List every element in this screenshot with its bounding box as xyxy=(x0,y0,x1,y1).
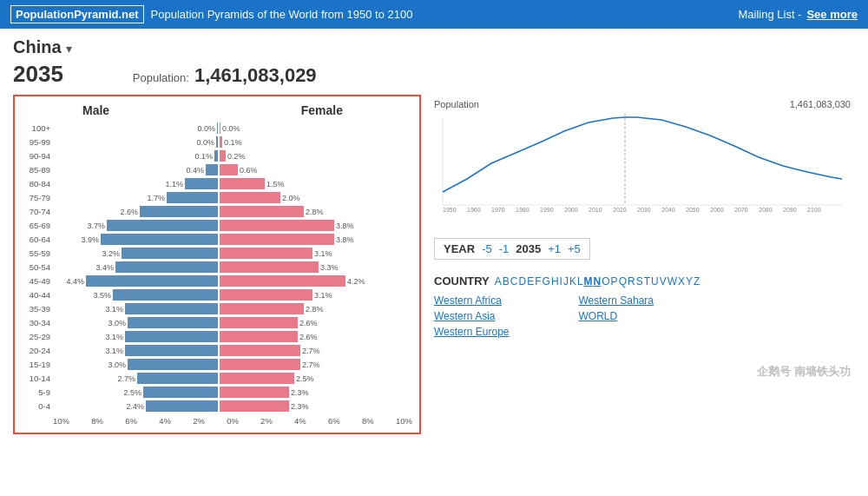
country-link[interactable]: WORLD xyxy=(579,310,654,322)
pyramid-row: 60-64 3.9% 3.8% xyxy=(22,233,412,246)
male-pct: 0.0% xyxy=(192,138,216,147)
female-pct: 3.1% xyxy=(312,291,337,300)
alpha-link-g[interactable]: G xyxy=(542,275,550,288)
alpha-link-n[interactable]: N xyxy=(594,275,602,288)
country-link[interactable]: Western Asia xyxy=(434,310,510,322)
right-column: Population 1,461,083,030 1950 1960 1970 … xyxy=(430,95,855,434)
female-side: 2.8% xyxy=(220,303,385,314)
male-pct: 2.5% xyxy=(119,388,143,397)
country-links-col2: Western SaharaWORLD xyxy=(579,294,654,338)
alpha-link-i[interactable]: I xyxy=(560,275,562,288)
female-side: 3.3% xyxy=(220,261,385,273)
alpha-link-o[interactable]: O xyxy=(602,275,609,288)
alpha-link-y[interactable]: Y xyxy=(686,275,693,288)
pyramid-row: 45-49 4.4% 4.2% xyxy=(22,274,412,288)
alpha-link-d[interactable]: D xyxy=(519,275,527,288)
country-link[interactable]: Western Africa xyxy=(434,294,510,307)
age-label: 45-49 xyxy=(22,276,53,286)
bars: 3.1% 2.7% xyxy=(53,344,412,357)
alpha-link-a[interactable]: A xyxy=(495,275,502,288)
male-side: 3.4% xyxy=(53,261,218,273)
country-dropdown-icon[interactable]: ▾ xyxy=(66,42,72,56)
alpha-link-m[interactable]: M xyxy=(584,275,593,288)
svg-text:2040: 2040 xyxy=(661,207,675,213)
svg-text:1980: 1980 xyxy=(516,207,529,213)
year-controls-label: YEAR xyxy=(444,242,475,255)
alpha-link-z[interactable]: Z xyxy=(694,275,700,288)
alpha-link-k[interactable]: K xyxy=(569,275,576,288)
minus5-btn[interactable]: -5 xyxy=(482,242,492,255)
country-link[interactable]: Western Europe xyxy=(434,326,510,338)
alpha-link-b[interactable]: B xyxy=(503,275,510,288)
male-pct: 3.4% xyxy=(91,263,115,272)
alpha-link-p[interactable]: P xyxy=(611,275,618,288)
alpha-link-j[interactable]: J xyxy=(563,275,569,288)
female-bar xyxy=(220,150,226,162)
alpha-link-x[interactable]: X xyxy=(678,275,685,288)
population-value: 1,461,083,029 xyxy=(194,64,317,87)
alpha-link-r[interactable]: R xyxy=(628,275,635,288)
minus1-btn[interactable]: -1 xyxy=(499,242,510,255)
alpha-link-t[interactable]: T xyxy=(644,275,650,288)
male-bar xyxy=(115,261,218,273)
svg-text:1970: 1970 xyxy=(491,207,505,213)
pyramid-row: 25-29 3.1% 2.6% xyxy=(22,330,412,343)
country-link[interactable]: Western Sahara xyxy=(579,294,654,307)
alpha-link-u[interactable]: U xyxy=(651,275,659,288)
female-side: 0.0% xyxy=(220,122,385,134)
svg-text:1990: 1990 xyxy=(540,207,554,213)
see-more-link[interactable]: See more xyxy=(806,8,858,21)
alpha-link-f[interactable]: F xyxy=(535,275,541,288)
male-pct: 3.0% xyxy=(103,360,128,369)
x-axis-label: 0% xyxy=(227,416,239,426)
alpha-link-v[interactable]: V xyxy=(660,275,667,288)
female-pct: 2.0% xyxy=(280,194,305,202)
alpha-link-w[interactable]: W xyxy=(667,275,677,288)
year-controls: YEAR -5 -1 2035 +1 +5 xyxy=(434,238,590,260)
male-pct: 3.2% xyxy=(97,249,122,258)
bars: 3.9% 3.8% xyxy=(53,233,412,246)
svg-text:1950: 1950 xyxy=(443,207,457,213)
alpha-link-h[interactable]: H xyxy=(551,275,559,288)
female-pct: 2.7% xyxy=(300,360,325,369)
brand-logo[interactable]: PopulationPyramid.net xyxy=(10,5,144,23)
male-bar xyxy=(128,317,218,328)
bars: 2.6% 2.8% xyxy=(53,205,412,218)
svg-text:2100: 2100 xyxy=(807,207,821,213)
female-side: 2.8% xyxy=(220,206,385,217)
bars: 3.4% 3.3% xyxy=(53,261,412,274)
bars: 3.1% 2.8% xyxy=(53,302,412,315)
svg-text:2070: 2070 xyxy=(734,207,748,213)
country-links-cols: Western AfricaWestern AsiaWestern Europe… xyxy=(434,294,851,338)
female-pct: 1.5% xyxy=(265,180,289,188)
alpha-link-l[interactable]: L xyxy=(577,275,583,288)
alpha-link-s[interactable]: S xyxy=(636,275,643,288)
male-side: 4.4% xyxy=(53,275,218,287)
male-side: 3.5% xyxy=(53,289,218,301)
female-pct: 2.3% xyxy=(289,388,313,397)
pyramid-row: 95-99 0.0% 0.1% xyxy=(22,136,412,149)
bars: 4.4% 4.2% xyxy=(53,274,412,288)
male-side: 3.7% xyxy=(53,220,218,231)
male-side: 2.4% xyxy=(53,400,218,412)
age-label: 95-99 xyxy=(22,137,53,147)
male-side: 3.2% xyxy=(53,248,218,259)
female-bar xyxy=(220,220,334,231)
age-label: 85-89 xyxy=(22,165,53,175)
female-pct: 4.2% xyxy=(345,277,370,286)
pyramid-row: 65-69 3.7% 3.8% xyxy=(22,219,412,232)
female-side: 2.7% xyxy=(220,359,385,370)
male-side: 3.0% xyxy=(53,317,218,328)
age-label: 100+ xyxy=(22,123,53,133)
bars: 1.7% 2.0% xyxy=(53,191,412,204)
female-pct: 2.8% xyxy=(304,305,328,314)
female-bar xyxy=(220,234,334,245)
alpha-link-c[interactable]: C xyxy=(510,275,518,288)
svg-text:2020: 2020 xyxy=(613,207,627,213)
age-label: 90-94 xyxy=(22,151,53,161)
plus5-btn[interactable]: +5 xyxy=(568,242,581,255)
plus1-btn[interactable]: +1 xyxy=(548,242,561,255)
alpha-link-q[interactable]: Q xyxy=(619,275,627,288)
female-pct: 3.1% xyxy=(312,249,337,258)
alpha-link-e[interactable]: E xyxy=(527,275,534,288)
